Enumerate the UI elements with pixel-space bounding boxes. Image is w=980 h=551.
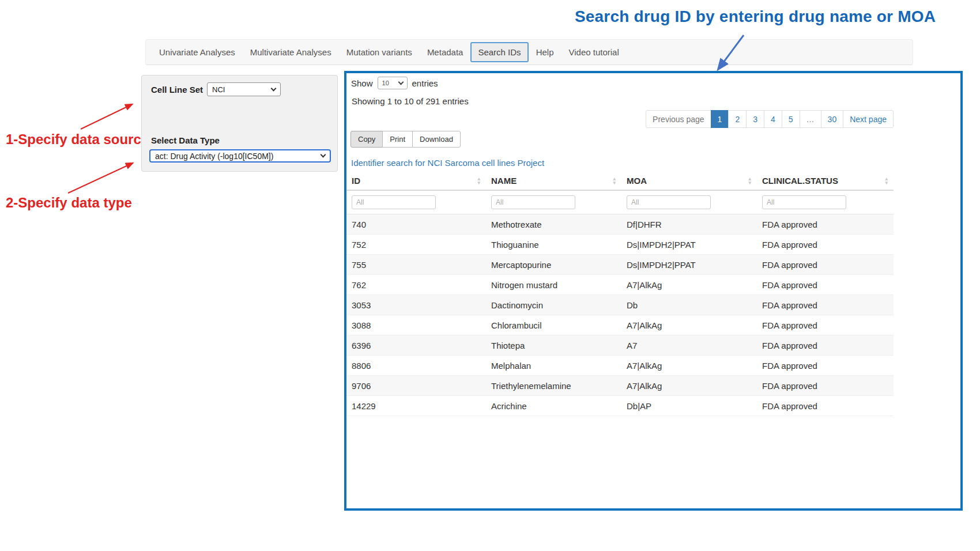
table-row[interactable]: 8806MelphalanA7|AlkAgFDA approved — [346, 356, 894, 376]
table-row[interactable]: 755MercaptopurineDs|IMPDH2|PPATFDA appro… — [346, 255, 894, 275]
download-button[interactable]: Download — [412, 131, 461, 148]
page-length-select[interactable]: 10 — [378, 77, 408, 89]
annotation-step2: 2-Specify data type — [6, 195, 132, 211]
cell-line-set-select[interactable]: NCI — [207, 82, 281, 96]
page-length-row: Show 10 entries — [351, 77, 438, 89]
cell-name: Chlorambucil — [486, 320, 621, 330]
page-button-1[interactable]: 1 — [711, 110, 729, 128]
export-button-group: CopyPrintDownload — [351, 131, 461, 148]
next-page-button[interactable]: Next page — [843, 110, 894, 128]
filter-cell-clinical-status — [757, 195, 894, 209]
cell-clinical-status: FDA approved — [757, 300, 894, 310]
sort-down-arrow: ▾ — [885, 181, 888, 185]
table-row[interactable]: 6396ThiotepaA7FDA approved — [346, 335, 894, 356]
filter-input-name[interactable] — [491, 195, 575, 209]
page-button-5[interactable]: 5 — [782, 110, 800, 128]
table-body: 740MethotrexateDf|DHFRFDA approved752Thi… — [346, 214, 894, 416]
column-header-clinical-status[interactable]: CLINICAL.STATUS▴▾ — [757, 171, 894, 190]
table-row[interactable]: 3053DactinomycinDbFDA approved — [346, 295, 894, 315]
cell-moa: Db|AP — [621, 401, 757, 411]
sort-icon[interactable]: ▴▾ — [613, 177, 616, 185]
cell-name: Nitrogen mustard — [486, 280, 621, 290]
column-header-id[interactable]: ID▴▾ — [346, 171, 486, 190]
table-row[interactable]: 3088ChlorambucilA7|AlkAgFDA approved — [346, 315, 894, 335]
table-row[interactable]: 9706TriethylenemelamineA7|AlkAgFDA appro… — [346, 376, 894, 396]
cell-moa: Db — [621, 300, 757, 310]
cell-clinical-status: FDA approved — [757, 280, 894, 290]
tab-search-ids[interactable]: Search IDs — [470, 42, 528, 62]
page-button-30[interactable]: 30 — [821, 110, 844, 128]
cell-clinical-status: FDA approved — [757, 320, 894, 330]
cell-moa: Df|DHFR — [621, 220, 757, 229]
cell-name: Methotrexate — [486, 220, 621, 229]
identifier-search-link[interactable]: Identifier search for NCI Sarcoma cell l… — [351, 158, 544, 168]
page-length-value: 10 — [382, 80, 389, 86]
copy-button[interactable]: Copy — [350, 131, 383, 148]
cell-line-set-row: Cell Line Set NCI — [151, 82, 281, 96]
filter-cell-name — [486, 195, 621, 209]
table-row[interactable]: 752ThioguanineDs|IMPDH2|PPATFDA approved — [346, 235, 894, 255]
tab-help[interactable]: Help — [529, 42, 561, 62]
filter-cell-id — [346, 195, 486, 209]
page-button-2[interactable]: 2 — [728, 110, 747, 128]
cell-name: Thioguanine — [486, 240, 621, 250]
cell-moa: A7|AlkAg — [621, 361, 757, 371]
filter-input-moa[interactable] — [627, 195, 711, 209]
tab-metadata[interactable]: Metadata — [420, 42, 471, 62]
cell-clinical-status: FDA approved — [757, 361, 894, 371]
cell-moa: A7 — [621, 341, 757, 350]
tab-video-tutorial[interactable]: Video tutorial — [561, 42, 626, 62]
annotation-title: Search drug ID by entering drug name or … — [553, 7, 957, 26]
sort-icon[interactable]: ▴▾ — [748, 177, 751, 185]
cell-moa: A7|AlkAg — [621, 381, 757, 391]
cell-name: Dactinomycin — [486, 300, 621, 310]
cell-id: 6396 — [346, 341, 486, 350]
cell-moa: A7|AlkAg — [621, 320, 757, 330]
cell-name: Acrichine — [486, 401, 621, 411]
table-row[interactable]: 740MethotrexateDf|DHFRFDA approved — [346, 214, 894, 235]
red-arrow-1 — [81, 104, 132, 129]
red-arrow-2 — [68, 163, 133, 193]
filter-cell-moa — [621, 195, 757, 209]
column-header-name[interactable]: NAME▴▾ — [486, 171, 621, 190]
filter-input-clinical-status[interactable] — [762, 195, 846, 209]
search-ids-panel: Show 10 entries Showing 1 to 10 of 291 e… — [344, 71, 963, 511]
page-button-3[interactable]: 3 — [746, 110, 764, 128]
cell-clinical-status: FDA approved — [757, 341, 894, 350]
annotation-step1: 1-Specify data source — [6, 131, 149, 148]
previous-page-button[interactable]: Previous page — [646, 110, 711, 128]
cell-id: 3053 — [346, 300, 486, 310]
cell-clinical-status: FDA approved — [757, 220, 894, 229]
sort-icon[interactable]: ▴▾ — [477, 177, 480, 185]
table-summary: Showing 1 to 10 of 291 entries — [352, 96, 469, 106]
sort-icon[interactable]: ▴▾ — [885, 177, 888, 185]
cell-name: Melphalan — [486, 361, 621, 371]
data-type-value: act: Drug Activity (-log10[IC50M]) — [155, 152, 273, 161]
cell-line-set-value: NCI — [212, 85, 225, 94]
cell-id: 14229 — [346, 401, 486, 411]
column-header-moa[interactable]: MOA▴▾ — [621, 171, 757, 190]
table-row[interactable]: 762Nitrogen mustardA7|AlkAgFDA approved — [346, 275, 894, 295]
tab-univariate-analyses[interactable]: Univariate Analyses — [152, 42, 243, 62]
table-header-row: ID▴▾NAME▴▾MOA▴▾CLINICAL.STATUS▴▾ — [346, 171, 894, 191]
tab-multivariate-analyses[interactable]: Multivariate Analyses — [243, 42, 339, 62]
filter-input-id[interactable] — [352, 195, 436, 209]
cell-id: 762 — [346, 280, 486, 290]
data-type-select[interactable]: act: Drug Activity (-log10[IC50M]) — [149, 149, 331, 163]
cell-id: 752 — [346, 240, 486, 250]
cell-id: 9706 — [346, 381, 486, 391]
page-button-4[interactable]: 4 — [764, 110, 782, 128]
data-type-label: Select Data Type — [151, 135, 220, 145]
results-table: ID▴▾NAME▴▾MOA▴▾CLINICAL.STATUS▴▾ 740Meth… — [346, 171, 894, 416]
cell-moa: Ds|IMPDH2|PPAT — [621, 260, 757, 270]
column-header-label: NAME — [491, 176, 517, 186]
pagination: Previous page12345…30Next page — [646, 110, 894, 128]
entries-label: entries — [412, 78, 438, 88]
cell-clinical-status: FDA approved — [757, 401, 894, 411]
sort-down-arrow: ▾ — [748, 181, 751, 185]
cell-id: 755 — [346, 260, 486, 270]
print-button[interactable]: Print — [382, 131, 413, 148]
tab-mutation-variants[interactable]: Mutation variants — [339, 42, 420, 62]
table-row[interactable]: 14229AcrichineDb|APFDA approved — [346, 396, 894, 416]
cell-moa: Ds|IMPDH2|PPAT — [621, 240, 757, 250]
